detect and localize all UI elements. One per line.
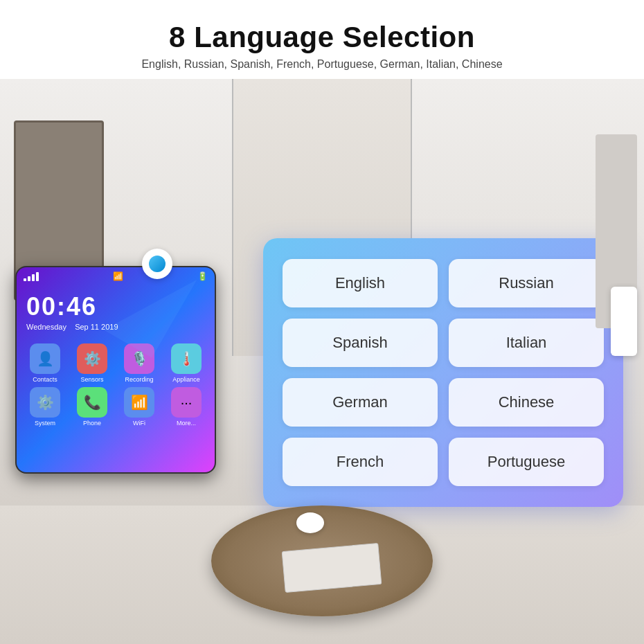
language-button-italian[interactable]: Italian [449,319,604,367]
contacts-icon: 👤 [30,343,60,374]
app-contacts[interactable]: 👤 Contacts [24,343,66,383]
app-system[interactable]: ⚙️ System [24,387,66,427]
language-button-english[interactable]: English [283,259,438,307]
signal-bar-2 [28,276,30,281]
wifi-icon: 📶 [113,271,123,281]
language-button-portuguese[interactable]: Portuguese [449,438,604,486]
signal-icon [24,272,39,281]
system-label: System [35,420,55,427]
phone-icon: 📞 [77,387,107,418]
contacts-label: Contacts [33,376,57,383]
app-more[interactable]: ··· More... [165,387,208,427]
cup-on-table [296,512,324,533]
language-button-russian[interactable]: Russian [449,259,604,307]
signal-bar-4 [36,272,39,281]
system-icon: ⚙️ [30,387,60,418]
language-selection-panel: English Russian Spanish Italian German C… [263,238,623,507]
appliance-icon: 🌡️ [171,343,202,374]
signal-bar-3 [32,274,35,281]
app-sensors[interactable]: ⚙️ Sensors [71,343,114,383]
language-button-spanish[interactable]: Spanish [283,319,438,367]
intercom-device [611,287,637,356]
page-subtitle: English, Russian, Spanish, French, Portu… [14,58,630,71]
sensors-label: Sensors [80,376,103,383]
app-wifi[interactable]: 📶 WiFi [118,387,161,427]
panel-apps-grid: 👤 Contacts ⚙️ Sensors 🎙️ Recording 🌡️ Ap… [17,338,215,432]
app-phone[interactable]: 📞 Phone [71,387,114,427]
battery-icon: 🔋 [197,271,208,281]
app-appliance[interactable]: 🌡️ Appliance [165,343,208,383]
appliance-label: Appliance [172,376,200,383]
wifi-label: WiFi [133,420,145,427]
page-wrapper: 8 Language Selection English, Russian, S… [0,0,644,644]
page-title: 8 Language Selection [14,21,630,54]
language-button-german[interactable]: German [283,378,438,427]
panel-day: Wednesday [26,323,66,331]
phone-label: Phone [83,420,101,427]
scene: 📶 🔋 00:46 Wednesday Sep 11 2019 👤 Contac… [0,79,644,644]
language-button-french[interactable]: French [283,438,438,486]
recording-label: Recording [125,376,153,383]
more-label: More... [177,420,196,427]
sensors-icon: ⚙️ [77,343,107,374]
book-on-table [282,543,382,593]
language-button-chinese[interactable]: Chinese [449,378,604,427]
wifi-app-icon: 📶 [124,387,154,418]
signal-bar-1 [24,278,26,281]
language-grid: English Russian Spanish Italian German C… [283,259,604,486]
more-icon: ··· [171,387,202,418]
header: 8 Language Selection English, Russian, S… [0,0,644,79]
